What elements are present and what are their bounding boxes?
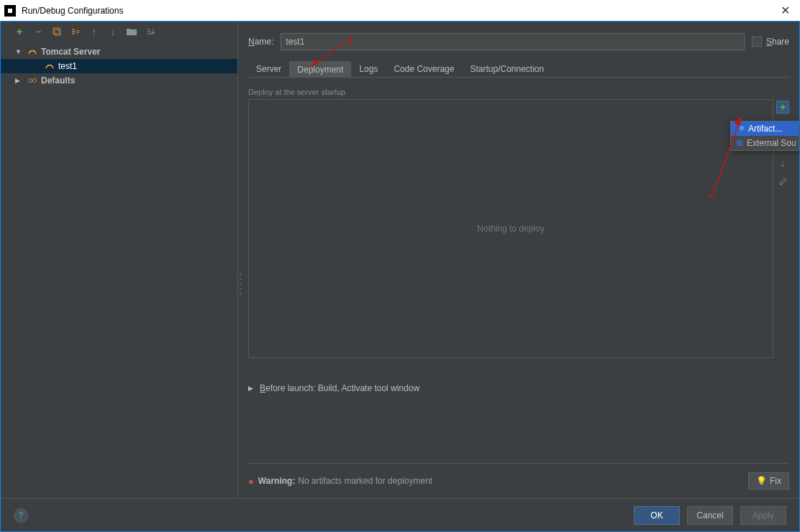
popup-item-external[interactable]: External Sou bbox=[731, 136, 799, 150]
svg-point-8 bbox=[29, 79, 32, 83]
fix-button[interactable]: 💡 Fix bbox=[748, 472, 789, 490]
before-launch-row[interactable]: ▶ Before launch: Build, Activate tool wi… bbox=[248, 380, 789, 397]
warning-text: No artifacts marked for deployment bbox=[298, 476, 432, 486]
left-panel: + − ↑ ↓ ▼ bbox=[1, 22, 238, 498]
settings-config-button[interactable] bbox=[70, 26, 81, 37]
svg-rect-2 bbox=[55, 29, 60, 35]
popup-item-label: External Sou bbox=[747, 138, 796, 148]
config-tree: ▼ Tomcat Server test1 ▶ bbox=[1, 42, 237, 498]
dialog: + − ↑ ↓ ▼ bbox=[0, 22, 800, 532]
add-deploy-button[interactable]: + bbox=[776, 101, 789, 114]
add-popup-menu: Artifact... External Sou bbox=[730, 121, 799, 151]
tab-code-coverage[interactable]: Code Coverage bbox=[386, 60, 462, 77]
right-panel: Name: Share Server Deployment Logs Code … bbox=[238, 22, 799, 498]
tree-node-test1[interactable]: test1 bbox=[1, 59, 237, 73]
folder-button[interactable] bbox=[126, 26, 137, 37]
tree-node-label: test1 bbox=[58, 61, 77, 71]
remove-config-button[interactable]: − bbox=[32, 26, 44, 37]
apply-button[interactable]: Apply bbox=[740, 506, 786, 525]
bottom-bar: ? OK Cancel Apply bbox=[1, 498, 799, 531]
help-button[interactable]: ? bbox=[14, 508, 28, 523]
add-config-button[interactable]: + bbox=[14, 26, 25, 37]
tree-node-defaults[interactable]: ▶ Defaults bbox=[1, 73, 237, 88]
main-area: + − ↑ ↓ ▼ bbox=[1, 22, 799, 498]
tab-server[interactable]: Server bbox=[248, 60, 289, 77]
tree-node-label: Tomcat Server bbox=[41, 47, 100, 57]
copy-config-button[interactable] bbox=[51, 26, 63, 37]
svg-rect-11 bbox=[737, 140, 742, 146]
svg-point-4 bbox=[30, 50, 32, 52]
ok-button[interactable]: OK bbox=[634, 506, 680, 525]
name-label: Name: bbox=[248, 37, 273, 47]
svg-rect-10 bbox=[739, 125, 745, 131]
artifact-icon bbox=[735, 124, 745, 134]
deploy-area: Nothing to deploy + − ↑ ↓ bbox=[248, 99, 789, 358]
deploy-section-label: Deploy at the server startup bbox=[248, 88, 789, 96]
chevron-down-icon: ▼ bbox=[15, 48, 24, 55]
move-down-deploy-button[interactable]: ↓ bbox=[776, 157, 789, 170]
tab-deployment[interactable]: Deployment bbox=[289, 61, 351, 78]
warning-icon: ● bbox=[248, 476, 254, 487]
bulb-icon: 💡 bbox=[756, 476, 767, 486]
share-label: Share bbox=[766, 37, 789, 47]
svg-point-7 bbox=[50, 65, 52, 66]
app-icon bbox=[4, 5, 16, 17]
chevron-right-icon: ▶ bbox=[15, 77, 24, 84]
share-checkbox[interactable]: Share bbox=[752, 37, 789, 47]
tab-startup-connection[interactable]: Startup/Connection bbox=[462, 60, 552, 77]
fix-label: Fix bbox=[770, 476, 781, 486]
warning-label: Warning: bbox=[258, 476, 296, 486]
name-row: Name: Share bbox=[248, 30, 789, 53]
deploy-empty-text: Nothing to deploy bbox=[477, 224, 544, 234]
sort-button[interactable] bbox=[145, 26, 156, 37]
cancel-button[interactable]: Cancel bbox=[687, 506, 733, 525]
chevron-right-icon: ▶ bbox=[248, 385, 257, 392]
svg-point-5 bbox=[33, 50, 35, 52]
tree-node-tomcat[interactable]: ▼ Tomcat Server bbox=[1, 45, 237, 59]
svg-rect-1 bbox=[53, 28, 59, 34]
edit-deploy-button[interactable] bbox=[776, 175, 789, 188]
tomcat-icon bbox=[44, 60, 55, 72]
move-up-button[interactable]: ↑ bbox=[88, 26, 100, 37]
defaults-icon bbox=[27, 75, 38, 86]
splitter-handle[interactable] bbox=[238, 273, 242, 295]
move-down-button[interactable]: ↓ bbox=[107, 26, 119, 37]
external-icon bbox=[735, 138, 744, 148]
svg-point-6 bbox=[47, 65, 49, 66]
popup-item-artifact[interactable]: Artifact... bbox=[731, 121, 799, 136]
before-launch-label: Before launch: Build, Activate tool wind… bbox=[260, 383, 419, 393]
config-tabs: Server Deployment Logs Code Coverage Sta… bbox=[248, 59, 789, 78]
titlebar: Run/Debug Configurations ✕ bbox=[0, 0, 800, 22]
tomcat-icon bbox=[27, 46, 38, 58]
tab-logs[interactable]: Logs bbox=[351, 60, 386, 77]
popup-item-label: Artifact... bbox=[748, 124, 782, 134]
name-input[interactable] bbox=[281, 33, 745, 50]
deploy-list[interactable]: Nothing to deploy bbox=[248, 99, 773, 358]
tree-toolbar: + − ↑ ↓ bbox=[1, 22, 237, 42]
titlebar-text: Run/Debug Configurations bbox=[22, 6, 123, 16]
dialog-buttons: OK Cancel Apply bbox=[634, 506, 786, 525]
close-icon[interactable]: ✕ bbox=[775, 4, 796, 17]
svg-point-9 bbox=[33, 79, 37, 83]
warning-bar: ● Warning: No artifacts marked for deplo… bbox=[248, 463, 789, 498]
checkbox-icon bbox=[752, 37, 762, 47]
svg-point-3 bbox=[76, 30, 79, 33]
tree-node-label: Defaults bbox=[41, 75, 75, 86]
